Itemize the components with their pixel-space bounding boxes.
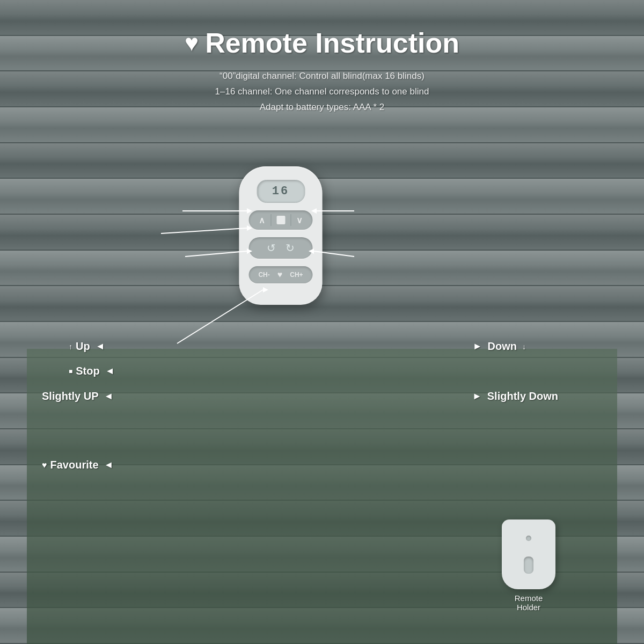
up-stop-down-row: ∧ ∨: [249, 210, 313, 230]
favourite-heart-icon: ♥: [42, 460, 47, 470]
ch-row: CH- ♥ CH+: [249, 266, 313, 283]
stop-button[interactable]: [276, 216, 285, 224]
slightly-up-label: Slightly UP: [42, 390, 99, 402]
slightly-up-arrow: ◄: [104, 391, 114, 402]
down-annotation: ► Down ↓: [473, 340, 526, 353]
holder-dot: [526, 536, 531, 541]
slightly-down-label: Slightly Down: [487, 390, 558, 402]
slightly-down-annotation: ► Slightly Down: [472, 390, 558, 402]
holder-body: [502, 519, 555, 589]
content-layer: ♥ Remote Instruction “00”digital channel…: [0, 0, 644, 644]
ch-minus-button[interactable]: CH-: [258, 271, 269, 279]
subtitle-line2: 1–16 channel: One channel corresponds to…: [0, 84, 644, 100]
up-arrow-right: ◄: [96, 341, 105, 352]
favourite-arrow: ◄: [104, 459, 114, 471]
divider: [290, 214, 291, 226]
down-button[interactable]: ∨: [296, 215, 303, 225]
remote-display: 16: [257, 180, 305, 203]
slightly-down-arrow-left: ►: [472, 391, 482, 402]
stop-annotation: ■ Stop ◄: [69, 365, 115, 377]
stop-label: Stop: [76, 365, 99, 377]
favourite-annotation: ♥ Favourite ◄: [42, 459, 113, 471]
slightly-up-annotation: Slightly UP ◄: [42, 390, 113, 402]
down-label: Down: [488, 340, 517, 353]
slightly-row: ↺ ↻: [249, 237, 313, 259]
svg-line-2: [161, 228, 247, 233]
page-title: ♥ Remote Instruction: [0, 27, 644, 59]
subtitle-line1: “00”digital channel: Control all blind(m…: [0, 69, 644, 84]
up-annotation: ↑ Up ◄: [69, 340, 105, 353]
slightly-down-button[interactable]: ↻: [286, 241, 295, 254]
header-subtitle: “00”digital channel: Control all blind(m…: [0, 69, 644, 115]
title-text: Remote Instruction: [205, 27, 459, 59]
header: ♥ Remote Instruction “00”digital channel…: [0, 0, 644, 115]
holder-label: Remote Holder: [502, 594, 555, 612]
svg-line-4: [185, 251, 247, 257]
stop-arrow-right: ◄: [105, 365, 115, 377]
down-icon: ↓: [522, 342, 526, 351]
favourite-label: Favourite: [50, 459, 99, 471]
up-label: Up: [76, 340, 90, 353]
remote-holder: Remote Holder: [502, 519, 555, 612]
stop-icon: ■: [69, 368, 72, 375]
up-button[interactable]: ∧: [259, 215, 265, 225]
divider: [270, 214, 271, 226]
ch-plus-button[interactable]: CH+: [290, 271, 303, 279]
heart-icon: ♥: [185, 30, 199, 56]
remote-control: 16 ∧ ∨ ↺ ↻ CH- ♥ CH+: [239, 166, 323, 305]
holder-slot: [524, 557, 533, 574]
favourite-button[interactable]: ♥: [277, 270, 283, 280]
slightly-up-button[interactable]: ↺: [267, 241, 276, 254]
display-value: 16: [272, 185, 289, 198]
up-icon: ↑: [69, 342, 72, 351]
down-arrow-left: ►: [473, 341, 482, 352]
diagram-area: 16 ∧ ∨ ↺ ↻ CH- ♥ CH+: [0, 150, 644, 644]
subtitle-line3: Adapt to battery types: AAA * 2: [0, 100, 644, 115]
